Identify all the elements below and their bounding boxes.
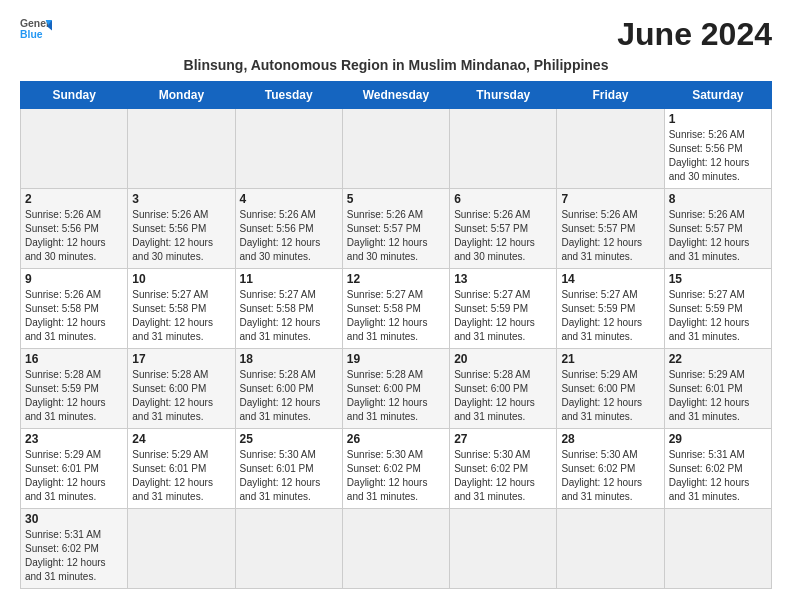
day-number: 14 — [561, 272, 659, 286]
day-sun-info: Sunrise: 5:29 AM Sunset: 6:01 PM Dayligh… — [25, 448, 123, 504]
page-subtitle: Blinsung, Autonomous Region in Muslim Mi… — [20, 57, 772, 73]
calendar-day: 19Sunrise: 5:28 AM Sunset: 6:00 PM Dayli… — [342, 349, 449, 429]
calendar-day: 3Sunrise: 5:26 AM Sunset: 5:56 PM Daylig… — [128, 189, 235, 269]
calendar-week-1: 1Sunrise: 5:26 AM Sunset: 5:56 PM Daylig… — [21, 109, 772, 189]
day-number: 20 — [454, 352, 552, 366]
day-sun-info: Sunrise: 5:26 AM Sunset: 5:57 PM Dayligh… — [347, 208, 445, 264]
day-sun-info: Sunrise: 5:28 AM Sunset: 6:00 PM Dayligh… — [347, 368, 445, 424]
calendar-day: 18Sunrise: 5:28 AM Sunset: 6:00 PM Dayli… — [235, 349, 342, 429]
calendar-day: 13Sunrise: 5:27 AM Sunset: 5:59 PM Dayli… — [450, 269, 557, 349]
weekday-header-sunday: Sunday — [21, 82, 128, 109]
day-number: 1 — [669, 112, 767, 126]
day-sun-info: Sunrise: 5:27 AM Sunset: 5:59 PM Dayligh… — [454, 288, 552, 344]
calendar-day — [235, 109, 342, 189]
calendar-week-5: 23Sunrise: 5:29 AM Sunset: 6:01 PM Dayli… — [21, 429, 772, 509]
day-number: 11 — [240, 272, 338, 286]
calendar-day: 15Sunrise: 5:27 AM Sunset: 5:59 PM Dayli… — [664, 269, 771, 349]
calendar-day: 28Sunrise: 5:30 AM Sunset: 6:02 PM Dayli… — [557, 429, 664, 509]
weekday-header-row: SundayMondayTuesdayWednesdayThursdayFrid… — [21, 82, 772, 109]
calendar-day — [235, 509, 342, 589]
day-number: 3 — [132, 192, 230, 206]
weekday-header-monday: Monday — [128, 82, 235, 109]
calendar-day: 1Sunrise: 5:26 AM Sunset: 5:56 PM Daylig… — [664, 109, 771, 189]
day-sun-info: Sunrise: 5:26 AM Sunset: 5:57 PM Dayligh… — [454, 208, 552, 264]
calendar-week-2: 2Sunrise: 5:26 AM Sunset: 5:56 PM Daylig… — [21, 189, 772, 269]
calendar-day: 20Sunrise: 5:28 AM Sunset: 6:00 PM Dayli… — [450, 349, 557, 429]
day-sun-info: Sunrise: 5:26 AM Sunset: 5:56 PM Dayligh… — [132, 208, 230, 264]
calendar-week-3: 9Sunrise: 5:26 AM Sunset: 5:58 PM Daylig… — [21, 269, 772, 349]
day-number: 26 — [347, 432, 445, 446]
day-number: 25 — [240, 432, 338, 446]
calendar-day — [450, 109, 557, 189]
day-sun-info: Sunrise: 5:30 AM Sunset: 6:02 PM Dayligh… — [347, 448, 445, 504]
calendar-day — [664, 509, 771, 589]
calendar-day — [342, 509, 449, 589]
weekday-header-saturday: Saturday — [664, 82, 771, 109]
day-number: 12 — [347, 272, 445, 286]
day-sun-info: Sunrise: 5:28 AM Sunset: 5:59 PM Dayligh… — [25, 368, 123, 424]
day-number: 24 — [132, 432, 230, 446]
calendar-day — [557, 509, 664, 589]
day-number: 18 — [240, 352, 338, 366]
day-sun-info: Sunrise: 5:26 AM Sunset: 5:57 PM Dayligh… — [669, 208, 767, 264]
day-sun-info: Sunrise: 5:29 AM Sunset: 6:01 PM Dayligh… — [669, 368, 767, 424]
calendar-day: 22Sunrise: 5:29 AM Sunset: 6:01 PM Dayli… — [664, 349, 771, 429]
day-sun-info: Sunrise: 5:26 AM Sunset: 5:56 PM Dayligh… — [240, 208, 338, 264]
day-sun-info: Sunrise: 5:27 AM Sunset: 5:58 PM Dayligh… — [132, 288, 230, 344]
calendar-day: 2Sunrise: 5:26 AM Sunset: 5:56 PM Daylig… — [21, 189, 128, 269]
day-sun-info: Sunrise: 5:28 AM Sunset: 6:00 PM Dayligh… — [132, 368, 230, 424]
day-sun-info: Sunrise: 5:28 AM Sunset: 6:00 PM Dayligh… — [240, 368, 338, 424]
day-number: 28 — [561, 432, 659, 446]
day-number: 22 — [669, 352, 767, 366]
day-sun-info: Sunrise: 5:28 AM Sunset: 6:00 PM Dayligh… — [454, 368, 552, 424]
day-sun-info: Sunrise: 5:29 AM Sunset: 6:00 PM Dayligh… — [561, 368, 659, 424]
calendar-day — [128, 509, 235, 589]
calendar-day: 26Sunrise: 5:30 AM Sunset: 6:02 PM Dayli… — [342, 429, 449, 509]
calendar-week-6: 30Sunrise: 5:31 AM Sunset: 6:02 PM Dayli… — [21, 509, 772, 589]
weekday-header-friday: Friday — [557, 82, 664, 109]
day-sun-info: Sunrise: 5:27 AM Sunset: 5:59 PM Dayligh… — [561, 288, 659, 344]
day-number: 27 — [454, 432, 552, 446]
day-number: 17 — [132, 352, 230, 366]
day-number: 7 — [561, 192, 659, 206]
day-number: 5 — [347, 192, 445, 206]
day-sun-info: Sunrise: 5:27 AM Sunset: 5:59 PM Dayligh… — [669, 288, 767, 344]
day-sun-info: Sunrise: 5:30 AM Sunset: 6:02 PM Dayligh… — [454, 448, 552, 504]
day-number: 16 — [25, 352, 123, 366]
calendar-day: 10Sunrise: 5:27 AM Sunset: 5:58 PM Dayli… — [128, 269, 235, 349]
day-number: 23 — [25, 432, 123, 446]
day-number: 19 — [347, 352, 445, 366]
svg-text:Blue: Blue — [20, 29, 43, 40]
calendar-day — [128, 109, 235, 189]
calendar-day: 8Sunrise: 5:26 AM Sunset: 5:57 PM Daylig… — [664, 189, 771, 269]
calendar-day: 4Sunrise: 5:26 AM Sunset: 5:56 PM Daylig… — [235, 189, 342, 269]
calendar-day: 7Sunrise: 5:26 AM Sunset: 5:57 PM Daylig… — [557, 189, 664, 269]
calendar-week-4: 16Sunrise: 5:28 AM Sunset: 5:59 PM Dayli… — [21, 349, 772, 429]
svg-text:General: General — [20, 18, 52, 29]
calendar-day — [450, 509, 557, 589]
weekday-header-tuesday: Tuesday — [235, 82, 342, 109]
day-sun-info: Sunrise: 5:26 AM Sunset: 5:56 PM Dayligh… — [25, 208, 123, 264]
day-number: 2 — [25, 192, 123, 206]
day-sun-info: Sunrise: 5:26 AM Sunset: 5:56 PM Dayligh… — [669, 128, 767, 184]
day-sun-info: Sunrise: 5:30 AM Sunset: 6:01 PM Dayligh… — [240, 448, 338, 504]
day-sun-info: Sunrise: 5:30 AM Sunset: 6:02 PM Dayligh… — [561, 448, 659, 504]
calendar-day: 27Sunrise: 5:30 AM Sunset: 6:02 PM Dayli… — [450, 429, 557, 509]
calendar-day: 14Sunrise: 5:27 AM Sunset: 5:59 PM Dayli… — [557, 269, 664, 349]
weekday-header-wednesday: Wednesday — [342, 82, 449, 109]
day-number: 30 — [25, 512, 123, 526]
day-number: 21 — [561, 352, 659, 366]
calendar-day: 30Sunrise: 5:31 AM Sunset: 6:02 PM Dayli… — [21, 509, 128, 589]
day-number: 29 — [669, 432, 767, 446]
day-sun-info: Sunrise: 5:26 AM Sunset: 5:58 PM Dayligh… — [25, 288, 123, 344]
weekday-header-thursday: Thursday — [450, 82, 557, 109]
day-sun-info: Sunrise: 5:26 AM Sunset: 5:57 PM Dayligh… — [561, 208, 659, 264]
calendar-day: 24Sunrise: 5:29 AM Sunset: 6:01 PM Dayli… — [128, 429, 235, 509]
calendar-day: 6Sunrise: 5:26 AM Sunset: 5:57 PM Daylig… — [450, 189, 557, 269]
day-sun-info: Sunrise: 5:27 AM Sunset: 5:58 PM Dayligh… — [240, 288, 338, 344]
logo: General Blue — [20, 16, 52, 40]
calendar-day: 17Sunrise: 5:28 AM Sunset: 6:00 PM Dayli… — [128, 349, 235, 429]
day-sun-info: Sunrise: 5:31 AM Sunset: 6:02 PM Dayligh… — [25, 528, 123, 584]
calendar-table: SundayMondayTuesdayWednesdayThursdayFrid… — [20, 81, 772, 589]
day-number: 6 — [454, 192, 552, 206]
